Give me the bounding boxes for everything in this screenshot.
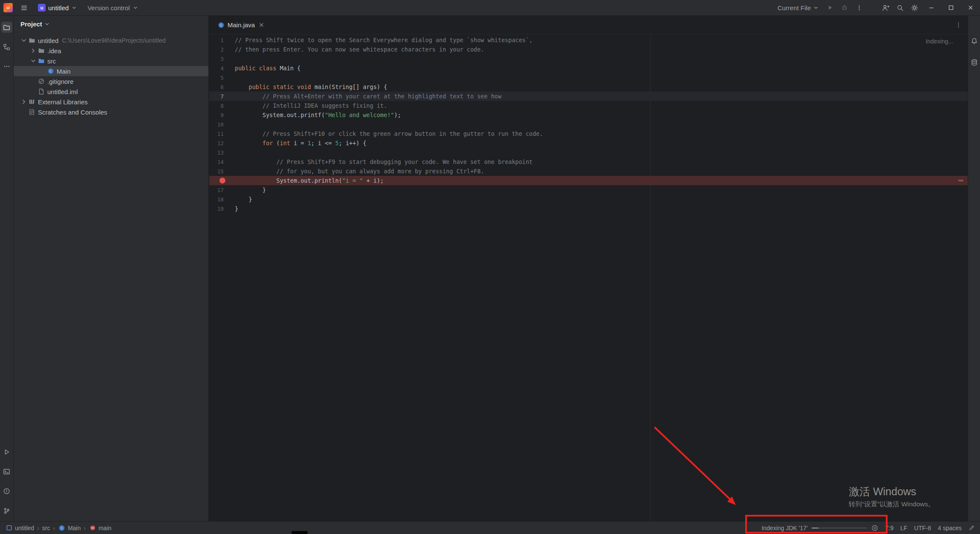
breadcrumb-label: untitled (15, 525, 34, 531)
code-line[interactable]: 10 (209, 120, 968, 129)
tool-window-structure-button[interactable] (1, 41, 12, 52)
tree-item-idea[interactable]: .idea (14, 46, 208, 56)
line-number[interactable]: 4 (209, 65, 235, 72)
line-number[interactable]: 19 (209, 206, 235, 212)
scratch-icon (28, 109, 36, 115)
more-tool-windows-button[interactable] (1, 61, 12, 72)
code-text: // Press Shift+F10 or click the green ar… (235, 130, 543, 137)
line-number[interactable]: 14 (209, 159, 235, 165)
chevron-collapsed-icon[interactable] (20, 98, 28, 105)
line-number[interactable]: 2 (209, 46, 235, 53)
code-line[interactable]: 15 // for you, but you can always add mo… (209, 167, 968, 176)
tree-item-untitled[interactable]: untitledC:\Users\Love98\IdeaProjects\unt… (14, 35, 208, 46)
tool-window-vcs-button[interactable] (1, 505, 12, 516)
code-editor[interactable]: 1// Press Shift twice to open the Search… (209, 34, 968, 521)
tree-item-src[interactable]: src (14, 56, 208, 66)
maximize-button[interactable] (942, 0, 960, 15)
tool-window-run-button[interactable] (1, 446, 12, 457)
breadcrumb-item-src[interactable]: src (42, 525, 50, 531)
tab-options-button[interactable] (955, 22, 962, 28)
code-line[interactable]: 17 } (209, 185, 968, 195)
editor-tab-bar: C Main.java ✕ (209, 16, 968, 34)
code-line[interactable]: 14 // Press Shift+F9 to start debugging … (209, 157, 968, 167)
chevron-expanded-icon[interactable] (29, 57, 37, 64)
code-text: } (235, 205, 238, 212)
line-number[interactable]: 12 (209, 140, 235, 146)
tool-window-terminal-button[interactable] (1, 466, 12, 477)
code-line[interactable]: 18 } (209, 195, 968, 204)
code-line[interactable]: 19} (209, 204, 968, 213)
vcs-widget[interactable]: Version control (84, 3, 141, 13)
tab-main-java[interactable]: C Main.java ✕ (213, 16, 269, 34)
code-line[interactable]: 13 (209, 148, 968, 157)
code-line[interactable]: 1// Press Shift twice to open the Search… (209, 35, 968, 45)
code-line[interactable]: 6 public static void main(String[] args)… (209, 82, 968, 92)
line-number[interactable]: 3 (209, 56, 235, 62)
line-number[interactable]: 18 (209, 196, 235, 203)
close-icon (967, 4, 974, 11)
code-line[interactable]: 8 // IntelliJ IDEA suggests fixing it. (209, 101, 968, 110)
run-configuration-widget[interactable]: Current File (774, 4, 822, 11)
line-number[interactable]: 1 (209, 37, 235, 43)
debug-button[interactable] (838, 2, 851, 14)
tab-close-icon[interactable]: ✕ (259, 22, 264, 28)
tree-item-main[interactable]: CMain (14, 66, 208, 76)
line-number[interactable]: 11 (209, 131, 235, 137)
indent-widget[interactable]: 4 spaces (938, 525, 962, 531)
code-line[interactable]: System.out.println("i = " + i); (209, 176, 968, 185)
line-number[interactable]: 10 (209, 121, 235, 128)
code-text: // Press Shift twice to open the Search … (235, 37, 533, 43)
code-line[interactable]: 5 (209, 73, 968, 82)
code-line[interactable]: 12 for (int i = 1; i <= 5; i++) { (209, 138, 968, 148)
titlebar-left: IJ u untitled Version control (0, 2, 141, 14)
line-number[interactable]: 6 (209, 84, 235, 90)
code-text: for (int i = 1; i <= 5; i++) { (235, 140, 366, 146)
code-line[interactable]: 2// then press Enter. You can now see wh… (209, 45, 968, 54)
tree-item-external-libraries[interactable]: External Libraries (14, 97, 208, 107)
tree-item-untitled-iml[interactable]: untitled.iml (14, 86, 208, 97)
writable-toggle[interactable] (968, 525, 975, 531)
line-number[interactable]: 7 (209, 93, 235, 100)
tool-window-problems-button[interactable] (1, 485, 12, 497)
tool-window-database-button[interactable] (968, 57, 980, 68)
notifications-button[interactable] (968, 35, 980, 46)
project-panel-header[interactable]: Project (14, 16, 208, 32)
line-number[interactable]: 13 (209, 149, 235, 156)
code-line[interactable]: 11 // Press Shift+F10 or click the green… (209, 129, 968, 138)
caret-position-widget[interactable]: 7:9 (885, 525, 893, 531)
breakpoint-icon[interactable] (219, 178, 225, 184)
line-number[interactable]: 15 (209, 168, 235, 175)
code-line[interactable]: 7 // Press Alt+Enter with your caret at … (209, 92, 968, 101)
breadcrumb-item-main[interactable]: mmain (89, 525, 111, 531)
code-text: // Press Alt+Enter with your caret at th… (235, 93, 502, 100)
pause-indexing-button[interactable] (871, 525, 878, 531)
main-menu-button[interactable] (17, 2, 31, 14)
line-number[interactable]: 8 (209, 103, 235, 109)
tool-window-project-button[interactable] (1, 22, 12, 33)
code-line[interactable]: 3 (209, 54, 968, 63)
breadcrumb-item-main[interactable]: CMain (58, 525, 81, 531)
line-number[interactable]: 17 (209, 187, 235, 193)
chevron-expanded-icon[interactable] (20, 37, 28, 44)
line-number[interactable]: 5 (209, 75, 235, 81)
code-line[interactable]: 9 System.out.printf("Hello and welcome!"… (209, 110, 968, 120)
search-everywhere-button[interactable] (893, 2, 907, 14)
tree-item-scratches-and-consoles[interactable]: Scratches and Consoles (14, 107, 208, 117)
project-widget[interactable]: u untitled (35, 3, 80, 13)
line-number[interactable]: 9 (209, 112, 235, 118)
scrollbar-breakpoint-mark[interactable] (958, 180, 963, 181)
code-line[interactable]: 4public class Main { (209, 63, 968, 73)
settings-button[interactable] (908, 2, 921, 14)
git-branch-icon (3, 507, 10, 514)
breadcrumb-item-untitled[interactable]: untitled (5, 525, 34, 531)
encoding-widget[interactable]: UTF-8 (914, 525, 931, 531)
code-with-me-button[interactable] (879, 2, 892, 14)
more-actions-button[interactable] (852, 2, 866, 14)
minimize-button[interactable] (922, 0, 941, 15)
run-button[interactable] (823, 2, 837, 14)
close-window-button[interactable] (961, 0, 980, 15)
chevron-collapsed-icon[interactable] (29, 47, 37, 54)
line-separator-widget[interactable]: LF (900, 525, 907, 531)
folder-icon (37, 47, 45, 54)
tree-item-gitignore[interactable]: .gitignore (14, 76, 208, 86)
